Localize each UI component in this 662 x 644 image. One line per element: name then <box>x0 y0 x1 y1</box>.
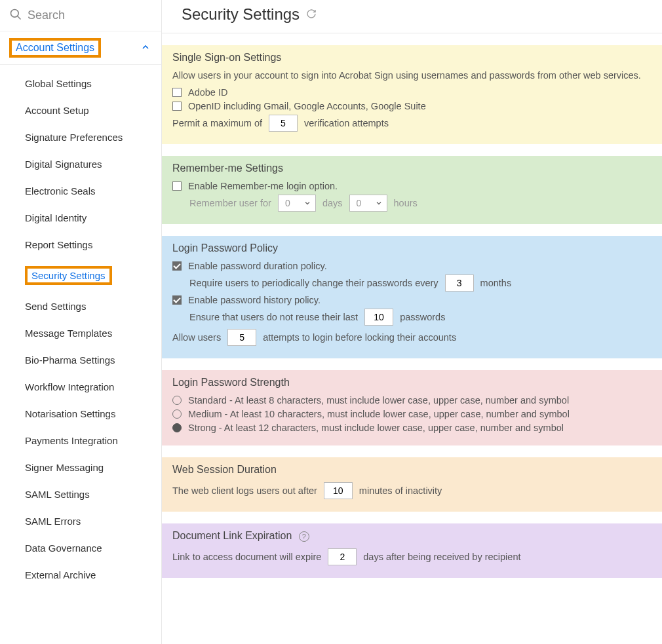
sidebar-item-workflow-integration[interactable]: Workflow Integration <box>0 373 161 400</box>
sidebar-item-label: Payments Integration <box>25 435 118 446</box>
duration-prefix: Require users to periodically change the… <box>189 278 438 288</box>
checkbox-openid[interactable] <box>172 102 182 111</box>
panel-stack: Single Sign-on Settings Allow users in y… <box>162 33 662 578</box>
svg-point-0 <box>11 10 19 18</box>
sidebar-item-bio-pharma-settings[interactable]: Bio-Pharma Settings <box>0 347 161 373</box>
history-suffix: passwords <box>400 312 445 322</box>
panel-password-policy: Login Password Policy Enable password du… <box>162 236 662 358</box>
sidebar-item-label: Signature Preferences <box>25 132 123 143</box>
sidebar-item-electronic-seals[interactable]: Electronic Seals <box>0 178 161 204</box>
checkbox-history-policy[interactable] <box>172 295 182 305</box>
select-remember-hours[interactable]: 0 <box>349 195 387 212</box>
refresh-icon[interactable] <box>306 9 317 21</box>
checkbox-duration-policy[interactable] <box>172 261 182 271</box>
chevron-down-icon <box>375 199 383 207</box>
session-prefix: The web client logs users out after <box>172 485 317 496</box>
sidebar-item-notarisation-settings[interactable]: Notarisation Settings <box>0 400 161 427</box>
sidebar-item-signature-preferences[interactable]: Signature Preferences <box>0 124 161 151</box>
sidebar-item-payments-integration[interactable]: Payments Integration <box>0 427 161 454</box>
sidebar-item-message-templates[interactable]: Message Templates <box>0 320 161 347</box>
input-doclink-days[interactable] <box>328 548 357 565</box>
attempts-prefix: Allow users <box>172 332 221 343</box>
checkbox-remember-me[interactable] <box>172 181 182 191</box>
remember-days-label: days <box>322 198 343 208</box>
sidebar-item-global-settings[interactable]: Global Settings <box>0 70 161 97</box>
svg-line-1 <box>18 16 21 20</box>
sidebar-item-send-settings[interactable]: Send Settings <box>0 293 161 320</box>
checkbox-adobe-id[interactable] <box>172 88 182 97</box>
session-suffix: minutes of inactivity <box>359 485 442 496</box>
sidebar-item-label: Electronic Seals <box>25 185 96 197</box>
sidebar: Account Settings Global Settings Account… <box>0 0 162 644</box>
sidebar-item-signer-messaging[interactable]: Signer Messaging <box>0 454 161 481</box>
sidebar-item-label: Security Settings <box>25 266 112 285</box>
input-duration-months[interactable] <box>445 275 474 292</box>
sidebar-item-label: Notarisation Settings <box>25 408 115 419</box>
search-icon <box>9 8 22 23</box>
sidebar-item-label: Digital Signatures <box>25 159 102 170</box>
input-session-minutes[interactable] <box>324 482 353 499</box>
section-title: Document Link Expiration ? <box>172 530 652 542</box>
label-strength-medium: Medium - At least 10 characters, must in… <box>188 409 570 419</box>
label-openid: OpenID including Gmail, Google Accounts,… <box>188 101 426 111</box>
help-icon[interactable]: ? <box>299 531 309 542</box>
sidebar-item-label: Send Settings <box>25 301 86 312</box>
section-title: Login Password Strength <box>172 377 652 388</box>
sidebar-group-label: Account Settings <box>9 38 101 58</box>
radio-strength-medium[interactable] <box>172 409 182 419</box>
input-verification-attempts[interactable] <box>269 115 298 132</box>
sidebar-item-account-setup[interactable]: Account Setup <box>0 97 161 124</box>
permit-suffix: verification attempts <box>304 118 389 128</box>
sidebar-item-digital-identity[interactable]: Digital Identity <box>0 204 161 231</box>
select-value: 0 <box>357 198 362 208</box>
panel-doc-link-expiration: Document Link Expiration ? Link to acces… <box>162 523 662 578</box>
search-row <box>0 0 161 31</box>
sidebar-item-label: SAML Errors <box>25 516 81 527</box>
sidebar-item-label: Report Settings <box>25 239 92 250</box>
section-title-text: Document Link Expiration <box>172 530 292 541</box>
input-history-count[interactable] <box>364 309 393 326</box>
section-title: Single Sign-on Settings <box>172 52 652 64</box>
chevron-down-icon <box>303 199 311 207</box>
label-strength-standard: Standard - At least 8 characters, must i… <box>188 395 569 406</box>
doclink-prefix: Link to access document will expire <box>172 552 321 562</box>
permit-prefix: Permit a maximum of <box>172 118 262 128</box>
sidebar-item-label: External Archive <box>25 569 96 580</box>
label-history-policy: Enable password history policy. <box>188 295 321 305</box>
label-duration-policy: Enable password duration policy. <box>188 261 327 271</box>
radio-strength-strong[interactable] <box>172 423 182 432</box>
sidebar-item-saml-settings[interactable]: SAML Settings <box>0 481 161 508</box>
attempts-suffix: attempts to login before locking their a… <box>263 332 456 343</box>
panel-password-strength: Login Password Strength Standard - At le… <box>162 370 662 445</box>
sidebar-item-label: Signer Messaging <box>25 462 104 473</box>
section-title: Login Password Policy <box>172 242 652 254</box>
main: Security Settings Single Sign-on Setting… <box>162 0 662 644</box>
panel-remember-me: Remember-me Settings Enable Remember-me … <box>162 156 662 224</box>
label-remember-me: Enable Remember-me login option. <box>188 181 338 191</box>
sidebar-item-data-governance[interactable]: Data Governance <box>0 535 161 561</box>
page-title-row: Security Settings <box>162 0 662 33</box>
section-title: Web Session Duration <box>172 464 652 476</box>
sidebar-item-saml-errors[interactable]: SAML Errors <box>0 508 161 535</box>
sidebar-item-security-settings[interactable]: Security Settings <box>0 258 161 293</box>
remember-hours-label: hours <box>394 198 418 208</box>
sidebar-item-label: Workflow Integration <box>25 381 114 392</box>
sidebar-item-report-settings[interactable]: Report Settings <box>0 231 161 258</box>
page-title: Security Settings <box>182 5 300 24</box>
input-login-attempts[interactable] <box>227 329 256 346</box>
sidebar-item-external-archive[interactable]: External Archive <box>0 561 161 588</box>
sidebar-item-digital-signatures[interactable]: Digital Signatures <box>0 151 161 178</box>
panel-sso: Single Sign-on Settings Allow users in y… <box>162 45 662 144</box>
section-title: Remember-me Settings <box>172 162 652 174</box>
doclink-suffix: days after being received by recipient <box>363 552 520 562</box>
select-remember-days[interactable]: 0 <box>278 195 316 212</box>
radio-strength-standard[interactable] <box>172 396 182 405</box>
label-adobe-id: Adobe ID <box>188 87 227 98</box>
search-input[interactable] <box>28 9 152 22</box>
sidebar-menu: Global Settings Account Setup Signature … <box>0 64 161 588</box>
sidebar-item-label: Data Governance <box>25 542 102 554</box>
sidebar-item-label: Account Setup <box>25 105 89 116</box>
label-strength-strong: Strong - At least 12 characters, must in… <box>188 423 564 433</box>
sidebar-group-account-settings[interactable]: Account Settings <box>0 31 161 64</box>
select-value: 0 <box>285 198 290 208</box>
